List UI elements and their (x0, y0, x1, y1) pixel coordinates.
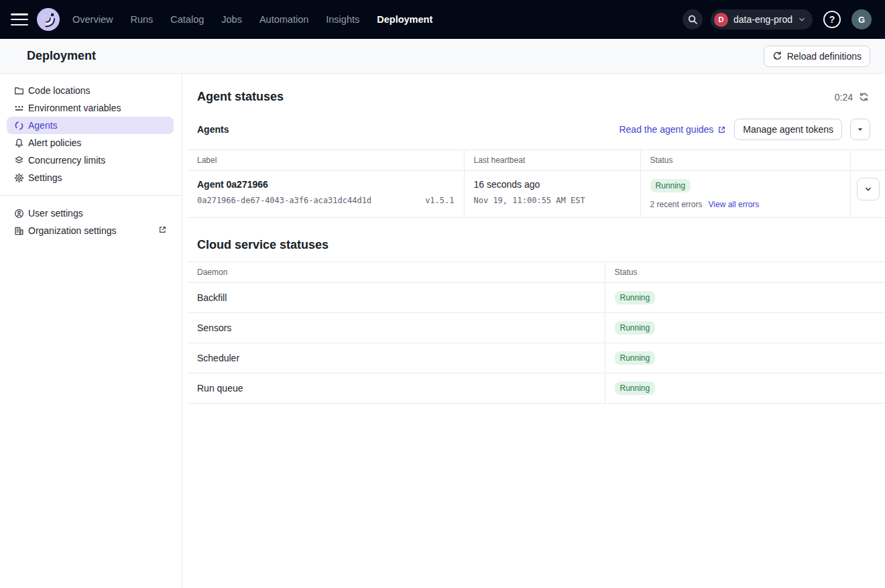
agents-table: Label Last heartbeat Status Agent 0a2719… (188, 150, 885, 218)
sidebar-item-label: Alert policies (28, 137, 81, 148)
agent-label: Agent 0a271966 (197, 179, 455, 190)
question-mark-icon: ? (829, 14, 835, 25)
sidebar-item-label: User settings (28, 208, 83, 219)
sidebar-item-environment-variables[interactable]: Environment variables (7, 99, 174, 117)
layers-icon (13, 155, 24, 166)
nav-catalog[interactable]: Catalog (170, 14, 204, 25)
refresh-icon (859, 92, 869, 102)
deployment-initial-badge: D (714, 13, 728, 27)
sidebar-divider (0, 195, 182, 196)
sidebar-item-agents[interactable]: Agents (7, 117, 174, 134)
daemon-name: Run queue (188, 373, 605, 404)
agent-version: v1.5.1 (425, 196, 454, 205)
user-avatar[interactable]: G (851, 9, 872, 30)
sidebar-item-label: Organization settings (28, 225, 117, 236)
agents-table-header-row: Label Last heartbeat Status (188, 150, 885, 171)
top-navigation-bar: Overview Runs Catalog Jobs Automation In… (0, 0, 885, 39)
heartbeat-timestamp: Nov 19, 11:00:55 AM EST (474, 196, 631, 205)
status-badge: Running (615, 351, 656, 365)
sidebar-item-user-settings[interactable]: User settings (7, 204, 174, 222)
refresh-button[interactable] (859, 92, 869, 102)
manage-agent-tokens-button[interactable]: Manage agent tokens (734, 119, 842, 140)
status-badge: Running (615, 291, 656, 304)
sidebar-item-concurrency-limits[interactable]: Concurrency limits (7, 152, 174, 169)
column-header-daemon: Daemon (188, 262, 605, 283)
refresh-countdown: 0:24 (835, 92, 853, 103)
sidebar-item-label: Concurrency limits (28, 155, 105, 166)
hamburger-menu-icon[interactable] (11, 13, 28, 25)
cloud-services-table: Daemon Status Backfill Running Sensors R… (188, 261, 885, 404)
search-icon (687, 14, 698, 25)
sidebar-item-settings[interactable]: Settings (7, 169, 174, 186)
env-vars-icon (13, 103, 24, 113)
user-icon (13, 208, 24, 219)
status-badge: Running (615, 321, 656, 335)
gear-icon (13, 172, 24, 183)
daemon-row: Scheduler Running (188, 343, 885, 373)
chevron-down-icon (798, 15, 806, 23)
nav-runs[interactable]: Runs (130, 14, 153, 25)
column-header-actions (850, 150, 885, 171)
cloud-service-statuses-title: Cloud service statuses (188, 218, 885, 261)
nav-overview[interactable]: Overview (72, 14, 113, 25)
sidebar-item-label: Code locations (28, 85, 91, 96)
dagster-logo-icon[interactable] (36, 7, 60, 32)
chevron-down-icon (864, 185, 872, 193)
daemon-row: Sensors Running (188, 313, 885, 343)
reload-icon (772, 51, 782, 61)
primary-nav: Overview Runs Catalog Jobs Automation In… (72, 14, 432, 25)
sidebar-item-code-locations[interactable]: Code locations (7, 82, 174, 99)
agents-more-actions-button[interactable] (850, 119, 870, 140)
folder-icon (13, 85, 24, 96)
deployment-name: data-eng-prod (733, 14, 792, 25)
agent-guides-label: Read the agent guides (619, 124, 713, 135)
reload-definitions-button[interactable]: Reload definitions (764, 46, 870, 67)
column-header-last-heartbeat: Last heartbeat (464, 150, 640, 171)
deployment-sidebar: Code locations Environment variables Age… (0, 74, 182, 588)
nav-automation[interactable]: Automation (259, 14, 308, 25)
help-button[interactable]: ? (823, 11, 841, 28)
caret-down-icon (857, 126, 864, 133)
recent-errors-text: 2 recent errors (650, 200, 703, 209)
sidebar-item-label: Environment variables (28, 103, 121, 113)
page-header: Deployment Reload definitions (0, 39, 885, 74)
agent-row-expand-button[interactable] (857, 178, 880, 200)
sidebar-item-label: Agents (28, 120, 58, 131)
nav-insights[interactable]: Insights (326, 14, 359, 25)
daemon-name: Scheduler (188, 343, 605, 373)
nav-jobs[interactable]: Jobs (221, 14, 242, 25)
column-header-status: Status (640, 150, 850, 171)
daemon-name: Backfill (188, 283, 605, 313)
sidebar-item-alert-policies[interactable]: Alert policies (7, 134, 174, 152)
sidebar-item-organization-settings[interactable]: Organization settings (7, 222, 174, 239)
building-icon (13, 225, 24, 236)
external-link-icon (717, 125, 726, 134)
page-title: Deployment (27, 49, 96, 63)
agent-icon (13, 120, 24, 131)
view-all-errors-link[interactable]: View all errors (709, 200, 760, 209)
manage-agent-tokens-label: Manage agent tokens (743, 124, 833, 135)
agent-id: 0a271966-de67-4043-a3f6-aca31dc44d1d (197, 196, 371, 205)
agent-statuses-title: Agent statuses (197, 90, 284, 104)
column-header-status: Status (605, 262, 885, 283)
agent-guides-link[interactable]: Read the agent guides (619, 124, 726, 135)
deployment-switcher[interactable]: D data-eng-prod (711, 9, 813, 30)
bell-icon (13, 137, 24, 148)
external-link-icon (158, 225, 167, 236)
cloud-table-header-row: Daemon Status (188, 262, 885, 283)
agent-row: Agent 0a271966 0a271966-de67-4043-a3f6-a… (188, 171, 885, 218)
status-badge: Running (650, 179, 691, 192)
daemon-row: Backfill Running (188, 283, 885, 313)
nav-deployment[interactable]: Deployment (377, 14, 432, 25)
main-content: Agent statuses 0:24 Agents Read the agen… (182, 74, 885, 588)
status-badge: Running (615, 381, 656, 395)
avatar-initial: G (858, 15, 865, 25)
column-header-label: Label (188, 150, 464, 171)
daemon-name: Sensors (188, 313, 605, 343)
heartbeat-relative: 16 seconds ago (474, 179, 631, 190)
search-button[interactable] (683, 9, 703, 30)
reload-definitions-label: Reload definitions (787, 51, 862, 62)
sidebar-item-label: Settings (28, 172, 62, 183)
daemon-row: Run queue Running (188, 373, 885, 404)
agents-heading: Agents (197, 124, 229, 135)
